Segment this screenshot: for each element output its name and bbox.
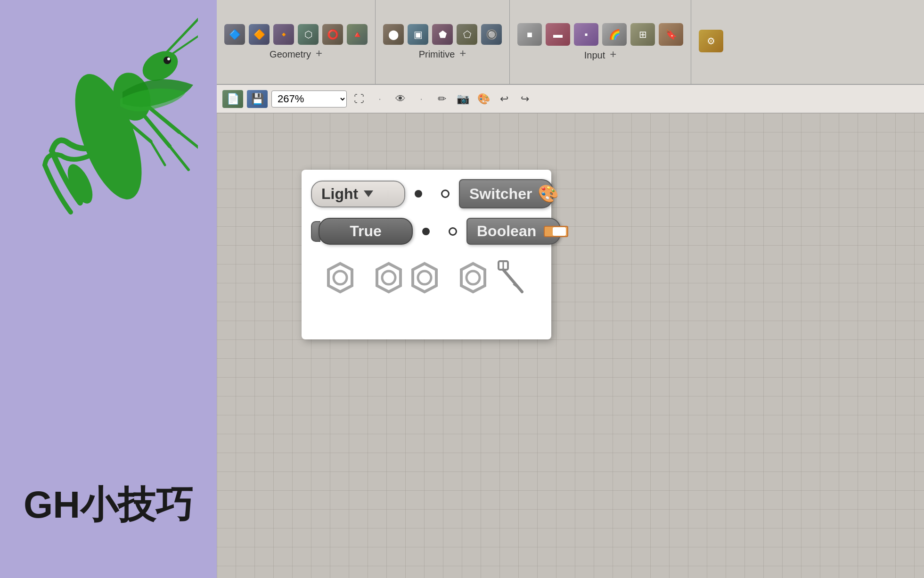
main-toolbar: 🔷 🔶 🔸 ⬡ ⭕ 🔺 Geometry + ⬤ ▣ ⬟ ⬠ 🔘: [217, 0, 924, 85]
primitive-icon-3[interactable]: ⬟: [432, 24, 453, 45]
nut-icon-right: [408, 261, 441, 294]
true-label: True: [350, 223, 382, 240]
input-icon-3[interactable]: ▪: [574, 23, 598, 46]
eye-icon[interactable]: 👁: [392, 91, 409, 107]
light-output-connector: [415, 190, 422, 198]
svg-marker-20: [461, 264, 485, 292]
boolean-label: Boolean: [477, 223, 536, 240]
boolean-input-connector: [449, 227, 457, 236]
toolbar-section-input: ■ ▬ ▪ 🌈 ⊞ 🔖 Input +: [510, 0, 691, 84]
second-toolbar: 📄 💾 267% 100% 150% 200% ⛶ · 👁 · ✏ 📷 🎨 ↩ …: [217, 85, 924, 113]
nut-icon-double: [372, 261, 441, 294]
title-label: GH小技巧: [24, 480, 193, 531]
toolbar-section-geometry: 🔷 🔶 🔸 ⬡ ⭕ 🔺 Geometry +: [217, 0, 376, 84]
input-icons: ■ ▬ ▪ 🌈 ⊞ 🔖: [517, 23, 683, 46]
true-boolean-row: True Boolean: [311, 218, 542, 245]
pencil-icon[interactable]: ✏: [433, 91, 450, 107]
svg-line-7: [179, 132, 198, 151]
toolbar-icon-4[interactable]: ⬡: [298, 24, 319, 45]
input-icon-1[interactable]: ■: [517, 23, 542, 46]
nut-icon-left: [372, 261, 405, 294]
switcher-node[interactable]: Switcher 🎨: [459, 179, 553, 208]
canvas-area: Light Switcher 🎨 True: [217, 113, 924, 578]
svg-point-17: [382, 271, 395, 284]
node-card: Light Switcher 🎨 True: [302, 170, 551, 339]
file-icon[interactable]: 📄: [222, 90, 243, 108]
nut-icon-small: [457, 261, 490, 294]
light-label: Light: [321, 185, 358, 203]
svg-marker-18: [413, 264, 436, 292]
redo-icon[interactable]: ↪: [516, 91, 533, 107]
geometry-icons: 🔷 🔶 🔸 ⬡ ⭕ 🔺: [224, 24, 368, 45]
input-icon-4[interactable]: 🌈: [602, 23, 627, 46]
toolbar-icon-2[interactable]: 🔶: [249, 24, 270, 45]
primitive-expand[interactable]: +: [459, 47, 466, 60]
nut-screw-group: [457, 259, 529, 297]
input-icon-5[interactable]: ⊞: [630, 23, 655, 46]
switcher-label: Switcher: [469, 185, 532, 203]
geometry-expand[interactable]: +: [316, 47, 322, 60]
toolbar-section-extra: ⚙: [691, 0, 731, 84]
input-icon-2[interactable]: ▬: [546, 23, 570, 46]
boolean-toggle-icon: [544, 226, 568, 237]
left-panel: GH小技巧: [0, 0, 217, 578]
svg-marker-16: [377, 264, 401, 292]
screw-icon: [491, 259, 529, 297]
primitive-icon-5[interactable]: 🔘: [481, 24, 502, 45]
toggle-box: [544, 226, 568, 237]
geometry-label: Geometry: [270, 49, 311, 60]
input-label: Input: [584, 50, 605, 61]
grasshopper-logo: [19, 5, 198, 222]
svg-marker-14: [328, 264, 352, 292]
toolbar-icon-6[interactable]: 🔺: [347, 24, 368, 45]
true-output-connector: [422, 228, 430, 235]
toolbar-section-primitive: ⬤ ▣ ⬟ ⬠ 🔘 Primitive +: [376, 0, 510, 84]
primitive-icon-1[interactable]: ⬤: [383, 24, 404, 45]
input-expand[interactable]: +: [610, 48, 616, 61]
extra-icon-1[interactable]: ⚙: [699, 30, 723, 52]
separator: ·: [371, 91, 388, 107]
light-node[interactable]: Light: [311, 181, 405, 207]
right-panel: 🔷 🔶 🔸 ⬡ ⭕ 🔺 Geometry + ⬤ ▣ ⬟ ⬠ 🔘: [217, 0, 924, 578]
fit-view-icon[interactable]: ⛶: [351, 91, 368, 107]
dropdown-arrow-icon[interactable]: [364, 190, 373, 197]
svg-line-5: [170, 24, 198, 56]
icons-row: [311, 254, 542, 301]
nut-icon-single: [324, 261, 357, 294]
separator2: ·: [413, 91, 430, 107]
undo-icon[interactable]: ↩: [496, 91, 513, 107]
toolbar-icon-5[interactable]: ⭕: [322, 24, 343, 45]
primitive-label: Primitive: [419, 49, 455, 60]
svg-point-13: [167, 58, 170, 60]
toolbar-icon-3[interactable]: 🔸: [273, 24, 294, 45]
zoom-select[interactable]: 267% 100% 150% 200%: [271, 91, 347, 107]
light-switcher-row: Light Switcher 🎨: [311, 179, 542, 208]
svg-point-15: [334, 271, 347, 284]
primitive-icons: ⬤ ▣ ⬟ ⬠ 🔘: [383, 24, 502, 45]
svg-line-11: [151, 141, 165, 165]
svg-point-12: [164, 57, 171, 64]
photo-icon[interactable]: 📷: [454, 91, 471, 107]
svg-point-21: [466, 271, 480, 284]
true-node-group: True: [311, 218, 413, 245]
toggle-white: [553, 227, 566, 236]
save-icon[interactable]: 💾: [247, 90, 268, 108]
palette-icon-node: 🎨: [538, 184, 559, 204]
toolbar-icon-1[interactable]: 🔷: [224, 24, 245, 45]
boolean-node[interactable]: Boolean: [466, 218, 561, 245]
switcher-input-connector: [441, 190, 450, 198]
input-icon-6[interactable]: 🔖: [659, 23, 683, 46]
palette-icon[interactable]: 🎨: [475, 91, 492, 107]
primitive-icon-4[interactable]: ⬠: [457, 24, 477, 45]
svg-point-19: [418, 271, 431, 284]
true-node[interactable]: True: [319, 218, 413, 245]
primitive-icon-2[interactable]: ▣: [408, 24, 428, 45]
svg-line-9: [170, 146, 188, 170]
